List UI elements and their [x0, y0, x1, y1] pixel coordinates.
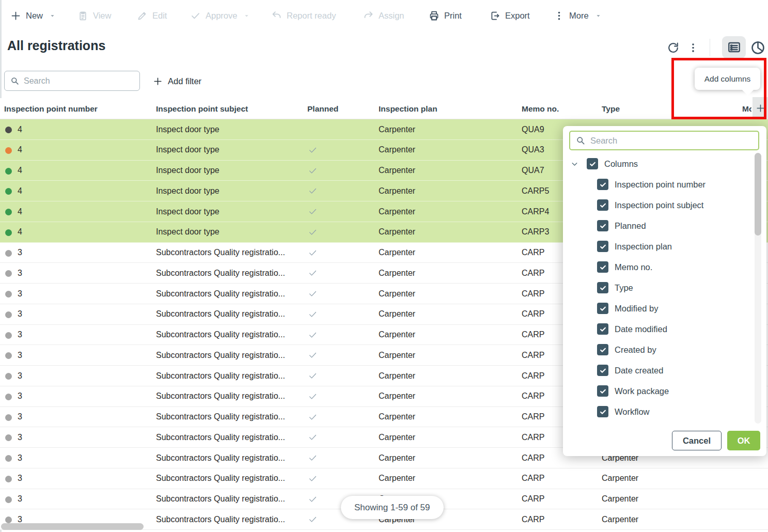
- cell-inspection-plan: Carpenter: [379, 243, 415, 263]
- column-option-memo-no-[interactable]: Memo no.: [597, 257, 652, 277]
- toolbar-button-edit: Edit: [137, 6, 167, 25]
- horizontal-scrollbar-thumb[interactable]: [1, 523, 144, 530]
- column-option-date-modified[interactable]: Date modified: [597, 319, 667, 339]
- cell-inspection-point-subject: Subcontractors Quality registratio...: [156, 448, 285, 468]
- checkbox-checked[interactable]: [597, 241, 608, 252]
- status-dot-gray: [5, 496, 12, 503]
- columns-root-checkbox[interactable]: [587, 158, 598, 169]
- cell-memo-no: CARP: [522, 304, 544, 324]
- status-dot-gray: [5, 455, 12, 462]
- add-columns-button[interactable]: [753, 97, 768, 119]
- checkbox-checked[interactable]: [597, 365, 608, 376]
- table-row[interactable]: 3Subcontractors Quality registratio...Ca…: [0, 468, 768, 489]
- cell-inspection-plan: Carpenter: [379, 201, 415, 222]
- column-option-work-package[interactable]: Work package: [597, 381, 669, 401]
- status-dot-gray: [5, 250, 12, 257]
- cell-inspection-point-number: 3: [18, 366, 22, 386]
- toolbar-button-export[interactable]: Export: [490, 6, 530, 25]
- column-header-truncated[interactable]: Mo: [742, 98, 751, 119]
- cell-inspection-point-subject: Inspect door type: [156, 201, 220, 222]
- cell-memo-no: QUA9: [522, 119, 544, 139]
- panel-search-box[interactable]: [569, 131, 759, 150]
- cell-inspection-point-number: 4: [18, 201, 22, 222]
- cell-inspection-point-subject: Inspect door type: [156, 161, 220, 181]
- column-header-type[interactable]: Type: [602, 98, 620, 119]
- cell-memo-no: CARP: [522, 489, 544, 509]
- column-option-workflow[interactable]: Workflow: [597, 401, 650, 422]
- column-header-inspection-point-number[interactable]: Inspection point number: [4, 98, 98, 119]
- toolbar-button-approve: Approve: [190, 6, 250, 25]
- cell-inspection-plan: Carpenter: [379, 140, 415, 160]
- divider: [710, 39, 710, 56]
- toolbar-button-new[interactable]: New: [10, 6, 56, 25]
- planned-check-icon: [308, 222, 318, 242]
- planned-check-icon: [308, 284, 318, 304]
- cell-memo-no: CARP: [522, 366, 544, 386]
- cell-inspection-point-subject: Subcontractors Quality registratio...: [156, 468, 285, 489]
- cell-inspection-point-number: 3: [18, 325, 22, 345]
- status-dot-gray: [5, 517, 12, 523]
- column-option-planned[interactable]: Planned: [597, 215, 646, 236]
- column-option-inspection-plan[interactable]: Inspection plan: [597, 236, 672, 257]
- checkbox-checked[interactable]: [597, 261, 608, 273]
- redo-icon: [363, 10, 374, 21]
- checkbox-checked[interactable]: [597, 282, 608, 293]
- column-option-inspection-point-number[interactable]: Inspection point number: [597, 174, 706, 195]
- checkbox-checked[interactable]: [597, 385, 608, 397]
- cell-inspection-point-subject: Subcontractors Quality registratio...: [156, 243, 285, 263]
- checkbox-checked[interactable]: [597, 179, 608, 190]
- cell-inspection-point-number: 3: [18, 448, 22, 468]
- planned-check-icon: [308, 161, 318, 181]
- cell-memo-no: CARP: [522, 325, 544, 345]
- panel-scrollbar-thumb[interactable]: [755, 153, 761, 236]
- refresh-button[interactable]: [666, 40, 680, 55]
- cell-inspection-plan: Carpenter: [379, 366, 415, 386]
- toolbar-button-print[interactable]: Print: [429, 6, 462, 25]
- search-input[interactable]: [24, 76, 134, 86]
- column-option-inspection-point-subject[interactable]: Inspection point subject: [597, 195, 703, 215]
- chevron-down-icon[interactable]: [570, 160, 579, 168]
- cell-memo-no: CARP3: [522, 222, 549, 242]
- column-header-inspection-point-subject[interactable]: Inspection point subject: [156, 98, 248, 119]
- panel-scrollbar[interactable]: [755, 153, 761, 424]
- checkbox-checked[interactable]: [597, 344, 608, 355]
- cell-inspection-point-subject: Subcontractors Quality registratio...: [156, 427, 285, 447]
- cancel-button[interactable]: Cancel: [672, 431, 722, 450]
- checkbox-checked[interactable]: [597, 406, 608, 417]
- cell-inspection-point-number: 4: [18, 222, 22, 242]
- cell-memo-no: CARP: [522, 263, 544, 283]
- panel-search-input[interactable]: [590, 136, 753, 146]
- table-view-toggle[interactable]: [722, 36, 746, 58]
- overflow-menu-button[interactable]: [687, 40, 699, 55]
- add-filter-button[interactable]: Add filter: [153, 73, 201, 89]
- checkbox-checked[interactable]: [597, 199, 608, 211]
- status-dot-gray: [5, 352, 12, 359]
- checkbox-checked[interactable]: [597, 220, 608, 231]
- search-icon: [10, 76, 20, 86]
- column-header-memo-no-[interactable]: Memo no.: [522, 98, 559, 119]
- status-dot-gray: [5, 291, 12, 298]
- status-dot-gray: [5, 332, 12, 339]
- cell-inspection-point-subject: Subcontractors Quality registratio...: [156, 284, 285, 304]
- status-dot-gray: [5, 476, 12, 482]
- status-dot-gray: [5, 434, 12, 441]
- column-option-modified-by[interactable]: Modified by: [597, 298, 658, 319]
- checkbox-checked[interactable]: [597, 303, 608, 314]
- column-header-inspection-plan[interactable]: Inspection plan: [379, 98, 437, 119]
- pie-view-toggle[interactable]: [748, 38, 767, 57]
- export-icon: [490, 10, 500, 21]
- cell-inspection-point-number: 3: [18, 263, 22, 283]
- column-option-created-by[interactable]: Created by: [597, 339, 656, 360]
- printer-icon: [429, 10, 440, 21]
- cell-memo-no: CARP5: [522, 181, 549, 201]
- cell-memo-no: CARP: [522, 243, 544, 263]
- cell-memo-no: CARP: [522, 386, 544, 406]
- column-option-date-created[interactable]: Date created: [597, 360, 663, 381]
- search-box[interactable]: [4, 71, 140, 91]
- columns-tree-root[interactable]: Columns: [570, 153, 638, 174]
- toolbar-button-more[interactable]: More: [554, 6, 602, 25]
- checkbox-checked[interactable]: [597, 323, 608, 335]
- ok-button[interactable]: OK: [727, 431, 760, 450]
- column-header-planned[interactable]: Planned: [307, 98, 338, 119]
- column-option-type[interactable]: Type: [597, 277, 633, 298]
